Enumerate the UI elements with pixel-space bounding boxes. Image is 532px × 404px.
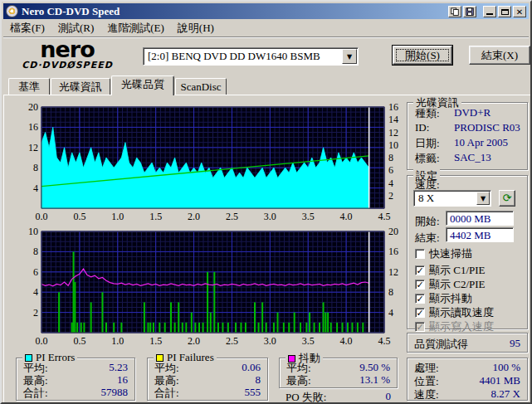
svg-text:0.0: 0.0 — [36, 335, 48, 344]
titlebar: Nero CD-DVD Speed ✕ — [3, 3, 529, 19]
focus-rect — [396, 49, 449, 61]
svg-text:4.0: 4.0 — [340, 335, 353, 344]
svg-text:2.0: 2.0 — [188, 211, 200, 220]
checkbox-label: 顯示 C1/PIE — [429, 263, 486, 278]
copy-icon[interactable] — [448, 6, 461, 17]
disc-type-label: 種類: — [415, 106, 440, 121]
svg-text:1.5: 1.5 — [149, 211, 162, 220]
svg-text:12: 12 — [28, 142, 38, 153]
svg-text:8: 8 — [388, 152, 393, 163]
quality-score-label: 品質測試得 — [414, 337, 468, 352]
checkbox-box[interactable] — [415, 249, 425, 259]
save-icon[interactable] — [463, 6, 476, 17]
pi-errors-stats-group: PI Errors 平均:5.23 最高:16 合計:57988 — [16, 358, 135, 401]
svg-text:16: 16 — [388, 246, 398, 257]
svg-text:8: 8 — [33, 162, 38, 173]
svg-text:2: 2 — [388, 190, 393, 202]
disc-label-label: 標籤: — [415, 151, 440, 166]
svg-text:2.5: 2.5 — [226, 211, 238, 220]
drive-selector[interactable]: [2:0] BENQ DVD DD DW1640 BSMB ▼ — [143, 47, 359, 66]
end-pos-label: 結束: — [415, 231, 440, 246]
menu-test[interactable]: 測試(R) — [51, 19, 100, 37]
speed-readout-value: 8.27 X — [491, 387, 520, 401]
start-pos-label: 開始: — [415, 214, 440, 229]
end-pos-field[interactable]: 4402 MB — [446, 227, 514, 242]
checkbox-quick-scan[interactable]: 快速掃描 — [415, 247, 472, 260]
checkbox-show-write-speed[interactable]: ✓顯示寫入速度 — [415, 320, 494, 333]
svg-text:1.5: 1.5 — [149, 335, 162, 344]
svg-text:3.0: 3.0 — [264, 335, 276, 344]
minimize-button[interactable] — [483, 6, 496, 17]
total-value: 57988 — [101, 386, 129, 399]
checkbox-show-read-speed[interactable]: ✓顯示讀取速度 — [415, 306, 494, 319]
svg-text:4: 4 — [388, 178, 393, 189]
svg-text:4: 4 — [33, 286, 38, 298]
tab-scandisc[interactable]: ScanDisc — [175, 78, 227, 95]
refresh-button[interactable]: ⟳ — [499, 190, 515, 207]
checkbox-box[interactable]: ✓ — [415, 322, 425, 332]
svg-text:16: 16 — [28, 121, 38, 133]
maximize-icon — [501, 9, 509, 15]
drive-selector-value: [2:0] BENQ DVD DD DW1640 BSMB — [144, 50, 342, 63]
checkbox-box[interactable]: ✓ — [415, 265, 425, 275]
checkbox-show-jitter[interactable]: ✓顯示抖動 — [415, 292, 472, 304]
svg-text:4.0: 4.0 — [340, 211, 353, 220]
close-button[interactable]: ✕ — [513, 6, 526, 17]
checkbox-show-c1-pie[interactable]: ✓顯示 C1/PIE — [415, 264, 486, 276]
tab-disc-quality[interactable]: 光碟品質 — [111, 75, 174, 95]
avg-value: 5.23 — [109, 361, 128, 374]
quality-score-value: 95 — [510, 337, 520, 350]
svg-text:12: 12 — [388, 266, 398, 278]
window-title: Nero CD-DVD Speed — [22, 5, 447, 18]
checkbox-show-c2-pie[interactable]: ✓顯示 C2/PIE — [415, 278, 486, 290]
svg-text:3.5: 3.5 — [302, 211, 315, 220]
app-icon — [6, 5, 18, 17]
speed-readout-label: 速度: — [414, 387, 439, 402]
po-failures-value: 0 — [386, 390, 392, 403]
svg-text:4: 4 — [33, 183, 38, 194]
tab-disc-info[interactable]: 光碟資訊 — [51, 78, 110, 95]
avg-value: 0.06 — [242, 361, 261, 374]
menu-help[interactable]: 說明(H) — [171, 19, 221, 37]
refresh-icon: ⟳ — [503, 192, 512, 204]
svg-text:0.5: 0.5 — [73, 335, 85, 344]
speed-selector-value: 8 X — [414, 192, 476, 205]
exit-button[interactable]: 結束(X) — [469, 46, 530, 65]
start-button[interactable]: 開始(S) — [393, 46, 452, 65]
disc-date-label: 日期: — [415, 136, 440, 151]
jitter-stats-group: 抖動 平均:9.50 % 最高:13.1 % — [279, 358, 398, 388]
speed-selector[interactable]: 8 X ▼ — [413, 190, 491, 207]
max-label: 最高: — [286, 373, 311, 388]
cdspeed-logo-text: CD·DVDØSPEED — [13, 60, 121, 71]
disc-id-label: ID: — [415, 121, 429, 134]
svg-text:0.5: 0.5 — [73, 211, 85, 220]
disc-info-group: 光碟資訊 種類:DVD+R ID:PRODISC R03 日期:10 Apr 2… — [407, 102, 528, 170]
checkbox-label: 快速掃描 — [429, 246, 472, 261]
app-window: Nero CD-DVD Speed ✕ 檔案(F) 測試(R) 進階測試(E) … — [0, 0, 532, 404]
position-value: 4401 MB — [480, 374, 520, 387]
max-value: 8 — [256, 373, 261, 387]
menu-advanced-test[interactable]: 進階測試(E) — [100, 19, 171, 37]
pi-failures-stats-group: PI Failures 平均:0.06 最高:8 合計:555 — [147, 358, 268, 401]
checkbox-box[interactable]: ✓ — [415, 308, 425, 318]
checkbox-box[interactable]: ✓ — [415, 294, 425, 304]
tab-benchmark[interactable]: 基準 — [8, 78, 50, 95]
disc-date-value: 10 Apr 2005 — [454, 136, 508, 149]
maximize-button[interactable] — [498, 6, 511, 17]
checkbox-label: 顯示寫入速度 — [429, 319, 494, 334]
svg-text:0.0: 0.0 — [36, 211, 48, 220]
settings-group: 設定 速度: 8 X ▼ ⟳ 開始: 0000 MB 結束: 4402 MB 快… — [407, 175, 528, 329]
svg-text:20: 20 — [388, 226, 398, 237]
exit-button-label: 結束(X) — [481, 49, 518, 61]
po-failures-row: PO 失敗: 0 — [286, 390, 398, 402]
menu-file[interactable]: 檔案(F) — [3, 19, 51, 37]
chevron-down-icon[interactable]: ▼ — [342, 49, 357, 64]
svg-text:2.5: 2.5 — [226, 335, 238, 344]
start-pos-field[interactable]: 0000 MB — [446, 211, 514, 226]
checkbox-box[interactable]: ✓ — [415, 280, 425, 290]
svg-text:3.5: 3.5 — [302, 335, 315, 344]
save-icon-glyph — [465, 7, 475, 16]
disc-label-value: SAC_13 — [454, 151, 491, 164]
svg-text:4: 4 — [388, 307, 393, 319]
chevron-down-icon[interactable]: ▼ — [476, 192, 490, 205]
